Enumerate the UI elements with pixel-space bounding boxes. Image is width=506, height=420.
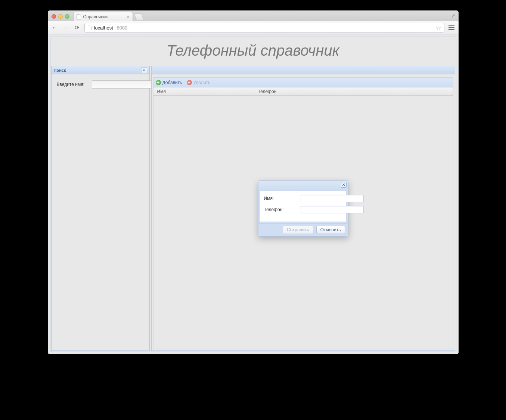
cancel-button[interactable]: Отменить bbox=[316, 226, 345, 234]
page-icon bbox=[77, 14, 81, 19]
save-button[interactable]: Сохранить bbox=[283, 226, 313, 234]
forward-button[interactable]: → bbox=[62, 24, 70, 31]
search-name-label: Введите имя: bbox=[57, 82, 88, 87]
browser-toolbar: ← → ⟳ localhost:8080 ☆ bbox=[48, 21, 459, 34]
browser-window: Справочник × ⤢ ← → ⟳ localhost:8080 ☆ Те… bbox=[48, 10, 459, 354]
grid-panel: + Добавить − Удалить Имя Телефон bbox=[151, 66, 455, 351]
column-phone-label: Телефон bbox=[258, 89, 277, 94]
search-panel-header: Поиск « bbox=[52, 66, 149, 74]
plus-icon: + bbox=[156, 80, 161, 85]
url-port: :8080 bbox=[115, 25, 128, 31]
back-button[interactable]: ← bbox=[51, 24, 59, 31]
dialog-header[interactable]: ✕ bbox=[258, 181, 348, 189]
address-bar[interactable]: localhost:8080 ☆ bbox=[84, 23, 444, 33]
menu-button[interactable] bbox=[447, 24, 456, 32]
url-host: localhost bbox=[94, 25, 113, 31]
browser-tab[interactable]: Справочник × bbox=[73, 12, 133, 21]
add-button[interactable]: + Добавить bbox=[156, 80, 182, 85]
main-panel: Телефонный справочник Поиск « Введите им… bbox=[50, 37, 456, 352]
grid-panel-header bbox=[152, 66, 455, 74]
window-minimize-button[interactable] bbox=[58, 14, 63, 19]
app-title: Телефонный справочник bbox=[167, 42, 339, 59]
app-viewport: Телефонный справочник Поиск « Введите им… bbox=[48, 34, 459, 354]
delete-button-label: Удалить bbox=[193, 80, 211, 85]
dialog-name-label: Имя: bbox=[264, 196, 296, 201]
dialog-phone-input[interactable] bbox=[300, 206, 364, 213]
dialog-name-row: Имя: bbox=[264, 195, 342, 202]
add-button-label: Добавить bbox=[162, 80, 182, 85]
new-tab-button[interactable] bbox=[134, 13, 144, 20]
reload-button[interactable]: ⟳ bbox=[73, 24, 81, 31]
dialog-footer: Сохранить Отменить bbox=[258, 223, 348, 236]
search-name-row: Введите имя: bbox=[57, 80, 144, 89]
dialog-body: Имя: Телефон: bbox=[260, 191, 347, 222]
column-name[interactable]: Имя bbox=[153, 87, 254, 95]
browser-tab-title: Справочник bbox=[83, 14, 108, 19]
window-zoom-button[interactable] bbox=[65, 14, 69, 19]
grid-toolbar: + Добавить − Удалить bbox=[153, 78, 453, 87]
tab-close-icon[interactable]: × bbox=[127, 14, 130, 19]
column-name-label: Имя bbox=[157, 89, 166, 94]
app-header: Телефонный справочник bbox=[50, 37, 456, 66]
delete-button[interactable]: − Удалить bbox=[187, 80, 211, 85]
site-icon bbox=[88, 25, 92, 30]
search-name-input[interactable] bbox=[92, 80, 156, 89]
window-controls bbox=[52, 14, 69, 19]
bookmark-star-icon[interactable]: ☆ bbox=[436, 24, 441, 31]
dialog-phone-row: Телефон: bbox=[264, 206, 342, 213]
cancel-button-label: Отменить bbox=[320, 227, 341, 232]
save-button-label: Сохранить bbox=[287, 227, 309, 232]
dialog-name-input[interactable] bbox=[300, 195, 364, 202]
window-close-button[interactable] bbox=[52, 14, 56, 19]
search-panel: Поиск « Введите имя: bbox=[51, 66, 150, 351]
edit-dialog: ✕ Имя: Телефон: bbox=[258, 180, 348, 237]
column-phone[interactable]: Телефон bbox=[254, 87, 453, 95]
dialog-phone-label: Телефон: bbox=[264, 207, 296, 212]
dialog-close-button[interactable]: ✕ bbox=[341, 182, 347, 188]
browser-tabbar: Справочник × ⤢ bbox=[48, 10, 459, 21]
grid-columns: Имя Телефон bbox=[153, 87, 453, 96]
search-panel-title: Поиск bbox=[54, 68, 66, 72]
search-panel-body: Введите имя: bbox=[52, 74, 149, 350]
fullscreen-icon[interactable]: ⤢ bbox=[451, 13, 456, 19]
minus-icon: − bbox=[187, 80, 192, 85]
collapse-left-icon[interactable]: « bbox=[141, 67, 147, 73]
main-body: Поиск « Введите имя: bbox=[50, 66, 456, 352]
